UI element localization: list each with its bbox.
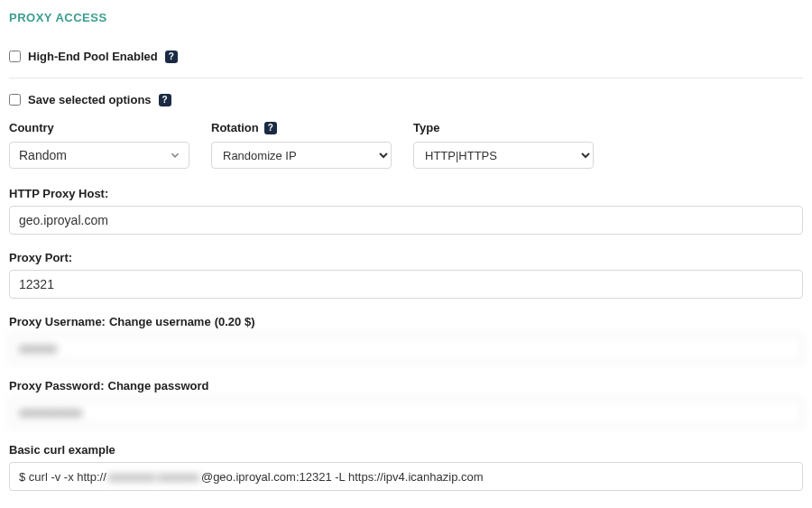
proxy-host-input[interactable] <box>9 206 803 235</box>
chevron-down-icon <box>169 149 181 162</box>
curl-example[interactable]: $ curl -v -x http:// xxxxxxxx:xxxxxxx @g… <box>9 462 803 491</box>
proxy-host-field: HTTP Proxy Host: <box>9 187 803 235</box>
help-icon[interactable]: ? <box>159 94 171 106</box>
help-icon[interactable]: ? <box>264 122 277 134</box>
curl-label: Basic curl example <box>9 443 803 457</box>
highend-row: High-End Pool Enabled ? <box>9 50 803 63</box>
curl-field: Basic curl example $ curl -v -x http:// … <box>9 443 803 491</box>
type-select[interactable]: HTTP|HTTPS <box>413 142 594 169</box>
proxy-password-label-row: Proxy Password: Change password <box>9 379 803 393</box>
country-label: Country <box>9 121 189 134</box>
save-options-row: Save selected options ? <box>9 93 803 106</box>
save-options-checkbox[interactable] <box>9 94 21 106</box>
proxy-username-field: Proxy Username: Change username (0.20 $) <box>9 315 803 363</box>
curl-suffix: @geo.iproyal.com:12321 -L https://ipv4.i… <box>201 470 484 484</box>
proxy-host-label: HTTP Proxy Host: <box>9 187 803 200</box>
type-label: Type <box>413 121 594 134</box>
country-select[interactable]: Random <box>9 142 189 169</box>
help-icon[interactable]: ? <box>165 51 178 63</box>
proxy-username-label-prefix: Proxy Username: <box>9 315 106 328</box>
selects-row: Country Random Rotation ? Randomize IP T… <box>9 121 803 169</box>
type-group: Type HTTP|HTTPS <box>413 121 594 169</box>
proxy-username-price: (0.20 $) <box>215 315 255 328</box>
rotation-group: Rotation ? Randomize IP <box>211 121 392 169</box>
proxy-password-label-prefix: Proxy Password: <box>9 379 105 393</box>
divider <box>9 78 803 79</box>
country-group: Country Random <box>9 121 189 169</box>
change-password-link[interactable]: Change password <box>108 379 209 393</box>
proxy-password-input[interactable] <box>9 398 803 427</box>
highend-checkbox[interactable] <box>9 51 21 62</box>
proxy-password-field: Proxy Password: Change password <box>9 379 803 427</box>
rotation-select[interactable]: Randomize IP <box>211 142 392 169</box>
proxy-port-label: Proxy Port: <box>9 251 803 264</box>
highend-label: High-End Pool Enabled <box>28 50 158 63</box>
proxy-username-input[interactable] <box>9 334 803 363</box>
proxy-port-field: Proxy Port: <box>9 251 803 299</box>
curl-credentials: xxxxxxxx:xxxxxxx <box>106 470 201 484</box>
country-selected-value: Random <box>19 148 67 162</box>
change-username-link[interactable]: Change username <box>109 315 211 328</box>
rotation-label: Rotation ? <box>211 121 392 134</box>
proxy-port-input[interactable] <box>9 270 803 299</box>
rotation-label-text: Rotation <box>211 121 259 134</box>
section-title: PROXY ACCESS <box>9 11 803 24</box>
proxy-username-label-row: Proxy Username: Change username (0.20 $) <box>9 315 803 328</box>
curl-prefix: $ curl -v -x http:// <box>19 470 106 484</box>
save-options-label: Save selected options <box>28 93 152 106</box>
